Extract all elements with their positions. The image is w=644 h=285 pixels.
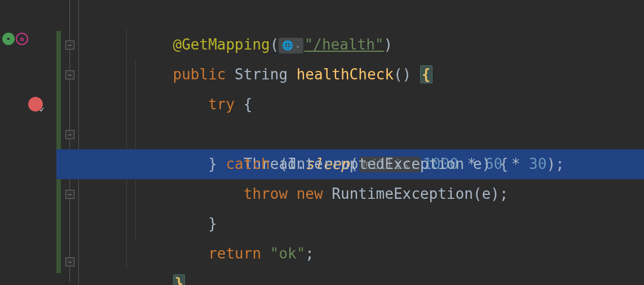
keyword-catch: catch <box>226 155 270 172</box>
fold-toggle-catch-end[interactable]: − <box>65 190 74 199</box>
request-mapping-icon[interactable]: m <box>16 33 28 45</box>
brace-close: } <box>173 274 186 285</box>
chevron-down-icon: ⌄ <box>295 30 299 60</box>
keyword-new: new <box>297 185 323 202</box>
keyword-public: public <box>173 66 226 83</box>
mapping-url-string: "/health" <box>305 36 384 53</box>
fold-column: − − − − − <box>56 0 79 285</box>
keyword-return: return <box>208 245 261 262</box>
keyword-throw: throw <box>244 185 288 202</box>
brace-open: { <box>420 65 433 83</box>
code-area[interactable]: @GetMapping(🌐⌄"/health") public String h… <box>79 0 644 285</box>
fold-toggle-catch[interactable]: − <box>65 130 74 139</box>
globe-icon: 🌐 <box>282 30 293 60</box>
code-line[interactable]: @GetMapping(🌐⌄"/health") <box>85 0 644 30</box>
fold-toggle-method-end[interactable]: − <box>65 257 74 266</box>
url-inlay-icon[interactable]: 🌐⌄ <box>279 38 303 54</box>
keyword-try: try <box>208 96 235 113</box>
gutter-line-icons: m <box>2 33 28 45</box>
fold-toggle-try[interactable]: − <box>65 70 74 79</box>
spring-bean-icon[interactable] <box>2 33 15 45</box>
code-line[interactable]: } catch (InterruptedException e) { <box>85 119 644 149</box>
breakpoint-verified-check-icon: ✓ <box>40 95 45 124</box>
string-literal: "ok" <box>270 245 306 262</box>
fold-toggle-method[interactable]: − <box>65 41 74 50</box>
code-editor[interactable]: m ✓ − − − − − @GetMapping(🌐⌄"/health") p… <box>0 0 644 285</box>
breakpoint-icon[interactable]: ✓ <box>28 97 43 112</box>
annotation-token: @GetMapping <box>173 36 270 53</box>
gutter: m ✓ <box>0 0 56 285</box>
method-name: healthCheck <box>297 66 394 83</box>
